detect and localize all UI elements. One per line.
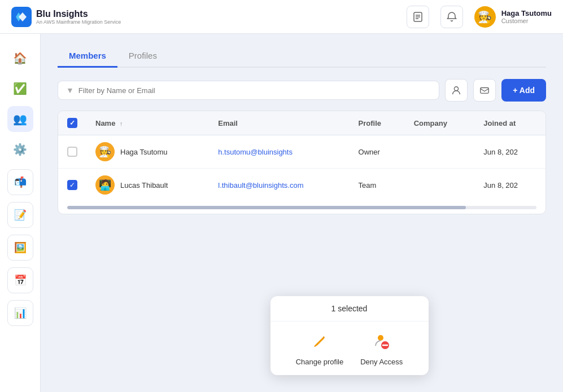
row-checkbox-0[interactable] [67,147,77,157]
deny-access-label: Deny Access [360,358,403,366]
user-area[interactable]: 🧑‍🍳 Haga Tsutomu Customer [474,6,552,28]
name-cell-1: 🧑‍💻 Lucas Thibault [95,175,200,195]
member-email-1[interactable]: l.thibault@bluinsights.com [218,181,303,190]
popup-actions: Change profile Deny Access [270,321,429,375]
logo-area: Blu Insights An AWS Mainframe Migration … [11,7,121,27]
logo-icon [11,7,32,27]
envelope-icon [479,85,490,95]
member-avatar-0: 🧑‍🍳 [95,142,115,161]
member-avatar-1: 🧑‍💻 [95,175,115,195]
logo-text: Blu Insights An AWS Mainframe Migration … [36,9,121,25]
header: Blu Insights An AWS Mainframe Migration … [0,0,563,34]
horizontal-scrollbar[interactable] [67,206,536,209]
filter-icon: ▼ [66,86,74,95]
name-cell-0: 🧑‍🍳 Haga Tsutomu [95,142,200,161]
member-profile-1: Team [350,169,405,202]
tab-members[interactable]: Members [58,45,117,68]
sidebar-item-notes[interactable]: 📝 [7,202,33,228]
change-profile-label: Change profile [296,358,344,366]
deny-icon [373,333,390,350]
member-profile-0: Owner [350,135,405,169]
pencil-icon [312,334,327,349]
change-profile-action[interactable]: Change profile [296,331,344,366]
toolbar: ▼ + Add [58,79,546,102]
user-info: Haga Tsutomu Customer [501,9,552,24]
deny-access-icon [370,331,393,353]
member-joined-0: Jun 8, 202 [474,135,545,169]
members-table: ✓ Name ↑ Email Profile Company Joined at [58,111,546,214]
tabs: Members Profiles [58,45,546,68]
table-header-row: ✓ Name ↑ Email Profile Company Joined at [58,111,545,135]
search-input[interactable] [78,86,431,95]
popup-selected-count: 1 selected [270,296,429,321]
svg-point-7 [378,335,383,341]
docs-icon [412,11,424,23]
app-name: Blu Insights [36,9,121,19]
col-email: Email [209,111,349,135]
table-row: 🧑‍🍳 Haga Tsutomu h.tsutomu@bluinsights O… [58,135,545,169]
col-name: Name ↑ [86,111,209,135]
row-checkbox-1[interactable]: ✓ [67,180,77,190]
svg-point-5 [455,87,459,91]
email-filter-button[interactable] [473,79,496,102]
sort-icon: ↑ [120,120,123,127]
header-right: 🧑‍🍳 Haga Tsutomu Customer [407,6,552,28]
main-content: Members Profiles ▼ [41,34,563,392]
bell-icon [446,11,457,23]
app-tagline: An AWS Mainframe Migration Service [36,19,121,25]
sidebar-item-charts[interactable]: 📊 [7,300,33,326]
tab-profiles[interactable]: Profiles [117,45,168,68]
user-name: Haga Tsutomu [501,9,552,17]
select-all-checkbox[interactable]: ✓ [67,118,77,128]
table-row: ✓ 🧑‍💻 Lucas Thibault l.thibault@bluinsig… [58,169,545,202]
user-role: Customer [501,17,552,24]
scrollbar-thumb [67,206,466,209]
sidebar-item-tasks[interactable]: ✅ [7,76,33,102]
notifications-icon-button[interactable] [440,6,463,28]
filter-wrap: ▼ [58,81,439,100]
add-button[interactable]: + Add [501,79,546,102]
member-company-1 [405,169,475,202]
member-email-0[interactable]: h.tsutomu@bluinsights [218,148,293,156]
user-filter-button[interactable] [445,79,468,102]
avatar: 🧑‍🍳 [474,6,496,28]
col-company: Company [405,111,475,135]
col-joined: Joined at [474,111,545,135]
layout: 🏠 ✅ 👥 ⚙️ 📬 📝 🖼️ 📅 📊 Members Profiles ▼ [0,34,563,392]
member-name-0: Haga Tsutomu [120,148,168,156]
deny-access-action[interactable]: Deny Access [360,331,403,366]
col-profile: Profile [350,111,405,135]
member-joined-1: Jun 8, 202 [474,169,545,202]
svg-rect-6 [481,88,488,94]
member-company-0 [405,135,475,169]
sidebar-item-home[interactable]: 🏠 [7,45,33,71]
user-icon [451,85,461,95]
member-name-1: Lucas Thibault [120,181,168,190]
sidebar-item-inbox[interactable]: 📬 [7,169,33,195]
sidebar: 🏠 ✅ 👥 ⚙️ 📬 📝 🖼️ 📅 📊 [0,34,41,392]
sidebar-item-settings[interactable]: ⚙️ [7,136,33,162]
sidebar-item-gallery[interactable]: 🖼️ [7,235,33,261]
sidebar-item-users[interactable]: 👥 [7,106,33,132]
sidebar-item-calendar[interactable]: 📅 [7,267,33,293]
docs-icon-button[interactable] [407,6,429,28]
action-popup: 1 selected Change profile [270,296,429,375]
change-profile-icon [308,331,331,353]
